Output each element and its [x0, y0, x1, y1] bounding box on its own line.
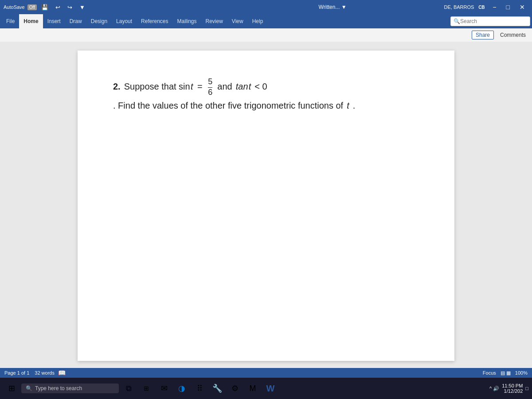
search-box[interactable]: 🔍 — [450, 16, 530, 26]
focus-button[interactable]: Focus — [483, 370, 496, 376]
clock-time: 11:50 PM — [502, 383, 523, 388]
user-avatar: CB — [477, 2, 486, 12]
apps-grid-icon[interactable]: ⠿ — [192, 380, 207, 396]
tab-file[interactable]: File — [2, 14, 19, 28]
tab-draw[interactable]: Draw — [65, 14, 86, 28]
tab-layout[interactable]: Layout — [112, 14, 137, 28]
zoom-level: 100% — [515, 370, 528, 376]
settings-icon[interactable]: ⚙ — [227, 380, 243, 396]
clock-date: 1/12/202 — [502, 388, 523, 394]
tab-insert[interactable]: Insert — [43, 14, 65, 28]
taskbar-search-icon: 🔍 — [26, 385, 32, 391]
user-name: DE, BARROS — [444, 4, 474, 10]
taskbar-search[interactable]: 🔍 Type here to search — [21, 383, 119, 393]
title-bar-left: AutoSave Off 💾 ↩ ↪ ▼ — [4, 3, 221, 12]
ribbon-actions: Share Comments — [0, 28, 532, 42]
problem-rest: . Find the values of the other five trig… — [113, 101, 343, 111]
tab-review[interactable]: Review — [201, 14, 227, 28]
taskbar-right: ^ 🔊 11:50 PM 1/12/202 □ — [489, 383, 528, 394]
word-icon[interactable]: W — [262, 380, 278, 396]
start-button[interactable]: ⊞ — [4, 380, 20, 396]
mail-icon[interactable]: ✉ — [156, 380, 172, 396]
customize-button[interactable]: ▼ — [77, 3, 88, 12]
close-button[interactable]: ✕ — [516, 0, 528, 14]
ribbon-right-actions: Share Comments — [472, 31, 528, 39]
problem-2: 2. Suppose that sin t = 5 6 and tan t < … — [113, 77, 419, 111]
proofing-icon: 📖 — [58, 369, 66, 376]
maximize-button[interactable]: □ — [503, 0, 513, 14]
problem-period: . — [353, 101, 356, 111]
page-info: Page 1 of 1 — [4, 370, 29, 376]
system-tray: ^ 🔊 — [489, 386, 499, 391]
fraction-5-6: 5 6 — [208, 77, 212, 97]
search-icon: 🔍 — [454, 18, 460, 24]
tab-design[interactable]: Design — [86, 14, 112, 28]
view-mode-icons: ▤ ▦ — [501, 370, 511, 376]
ribbon-tabs: File Home Insert Draw Design Layout Refe… — [0, 14, 532, 28]
autosave-label: AutoSave Off — [4, 4, 37, 10]
share-button[interactable]: Share — [472, 31, 494, 39]
problem-tan: tan t — [236, 82, 251, 92]
task-view-button[interactable]: ⧉ — [121, 380, 137, 396]
save-button[interactable]: 💾 — [39, 3, 51, 12]
taskbar-apps[interactable]: ⊞ — [138, 380, 154, 396]
title-bar: AutoSave Off 💾 ↩ ↪ ▼ Written... ▼ DE, BA… — [0, 0, 532, 14]
tab-home[interactable]: Home — [19, 14, 43, 28]
doc-title: Written... ▼ — [224, 4, 442, 10]
minimize-button[interactable]: − — [489, 0, 500, 14]
tools-icon[interactable]: 🔧 — [209, 380, 225, 396]
taskbar: ⊞ 🔍 Type here to search ⧉ ⊞ ✉ ◑ ⠿ 🔧 ⚙ M … — [0, 378, 532, 399]
mail2-icon[interactable]: M — [245, 380, 261, 396]
document-page[interactable]: 2. Suppose that sin t = 5 6 and tan t < … — [78, 51, 454, 361]
undo-button[interactable]: ↩ — [53, 3, 63, 12]
comments-button[interactable]: Comments — [497, 31, 528, 39]
browser-icon[interactable]: ◑ — [174, 380, 190, 396]
notification-icon: □ — [525, 386, 528, 391]
title-bar-right: DE, BARROS CB − □ ✕ — [444, 0, 529, 14]
tab-mailings[interactable]: Mailings — [172, 14, 201, 28]
problem-var-t3: t — [347, 101, 349, 111]
tab-references[interactable]: References — [137, 14, 172, 28]
clock: 11:50 PM 1/12/202 — [502, 383, 523, 394]
search-input[interactable] — [460, 18, 527, 24]
status-bar-right: Focus ▤ ▦ 100% — [483, 370, 528, 376]
tab-view[interactable]: View — [227, 14, 248, 28]
problem-inequality: < 0 — [254, 82, 267, 92]
tab-help[interactable]: Help — [248, 14, 268, 28]
redo-button[interactable]: ↪ — [65, 3, 75, 12]
status-bar: Page 1 of 1 32 words 📖 Focus ▤ ▦ 100% — [0, 368, 532, 378]
problem-intro: Suppose that sin t = 5 6 — [124, 77, 214, 97]
problem-number: 2. — [113, 82, 121, 92]
word-count: 32 words — [35, 370, 55, 376]
document-area: 2. Suppose that sin t = 5 6 and tan t < … — [0, 42, 532, 368]
problem-connector: and — [217, 82, 232, 92]
